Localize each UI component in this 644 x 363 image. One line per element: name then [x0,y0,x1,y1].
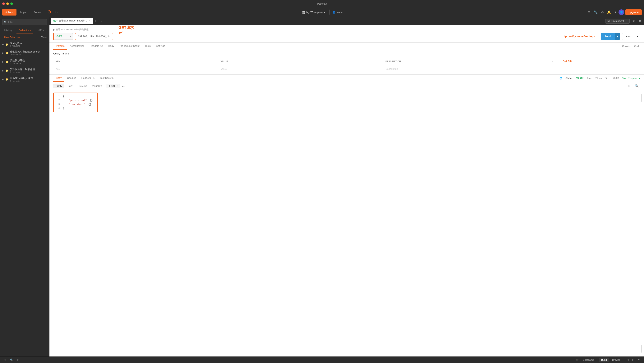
list-item[interactable]: ▶ 📁 SpringBoot 6 requests [0,40,49,48]
code-content: { [63,94,64,98]
layout-button-2[interactable]: ⊟ [631,358,636,362]
breadcrumb[interactable]: ▶ 查看auto_create_index开关状态 [53,28,640,31]
view-tab-visualize[interactable]: Visualize [90,84,104,88]
response-view-tabs: Pretty Raw Preview Visualize JSON ⇌ [50,82,644,90]
build-button[interactable]: Build [599,358,609,362]
user-icon: 👤 [332,11,336,14]
wrench-icon-btn[interactable]: 🔧 [593,9,599,15]
more-tabs-button[interactable]: ··· [98,20,104,22]
response-tab-test-results[interactable]: Test Results [97,74,116,82]
environment-select[interactable]: No Environment [605,18,630,24]
url-input[interactable] [75,33,113,40]
close-tab-icon[interactable]: ✕ [88,20,91,22]
collection-info: 新版SSM项目yb课堂 9 requests [10,76,33,82]
settings-icon-btn[interactable]: ⚙ [600,9,605,15]
list-item[interactable]: ▶ 📁 全文搜索引擎ElasticSearch 20 requests [0,48,49,57]
layout-button-1[interactable]: ⊞ [626,358,630,362]
new-button[interactable]: New [2,9,16,16]
cookies-link[interactable]: Cookies [622,45,631,48]
send-button[interactable]: Send [601,33,615,40]
maximize-button[interactable] [10,2,13,5]
search-response-button[interactable]: 🔍 [633,83,640,88]
bell-icon-btn[interactable]: 🔔 [606,9,612,15]
config-tabs: Params Authorization Headers (7) Body Pr… [50,42,644,50]
list-item[interactable]: ▶ 📁 安全风险库-114服务器 2 requests [0,66,49,75]
trash-button[interactable]: Trash [41,36,47,39]
new-collection-button[interactable]: + New Collection [2,36,20,39]
layout-button-3[interactable]: ⊏ [636,358,641,362]
env-settings-button[interactable]: ⚙ [638,18,642,24]
minimize-button[interactable] [6,2,9,5]
view-tab-raw[interactable]: Raw [65,84,75,88]
import-button[interactable]: Import [18,9,30,15]
save-button[interactable]: Save [622,33,635,40]
bulk-edit-button[interactable]: Bulk Edit [560,58,574,64]
response-tab-headers[interactable]: Headers (4) [79,74,97,82]
params-more-icon[interactable]: ··· [550,58,556,64]
history-icon-btn[interactable]: ⟳ [587,9,592,15]
url-input-wrapper: ip:port/_cluster/settings [75,33,599,40]
scrollbar-thumb[interactable] [641,94,642,102]
bootcamp-icon: 🎓 [576,358,579,362]
sync-arrows-button[interactable]: ▷ [54,10,59,15]
response-tab-body[interactable]: Body [53,74,64,82]
copy-button[interactable]: ⎘ [627,83,632,88]
description-input[interactable] [386,68,546,70]
search-input[interactable] [2,19,47,25]
view-tab-pretty[interactable]: Pretty [53,84,64,88]
value-input[interactable] [220,68,381,70]
upgrade-button[interactable]: Upgrade [626,10,642,15]
sidebar-search-area [0,17,49,27]
config-tab-params[interactable]: Params [53,42,67,50]
config-tab-authorization[interactable]: Authorization [67,42,87,50]
collections-tab-label: Collections [18,29,31,32]
line-number: 4 [57,106,60,110]
sidebar-tab-apis[interactable]: APIs [33,27,49,34]
bootcamp-icon-button[interactable]: 🎓 [574,358,580,362]
bottom-find-button[interactable]: 🔍 [9,358,14,362]
env-eye-button[interactable]: 👁 [631,18,636,24]
runner-button[interactable]: Runner [31,9,44,15]
sync-button[interactable] [46,9,52,15]
wrap-lines-button[interactable]: ⇌ [120,83,126,88]
code-content: "transient": {} [63,102,91,106]
main-layout: History Collections APIs + New Collectio… [0,17,644,356]
size-label: Size: [605,77,610,80]
list-item[interactable]: ▶ 📁 安全防护平台 12 requests [0,57,49,66]
request-tab-active[interactable]: GET 查看auto_create_index开关状态 ✕ [51,18,93,24]
heart-icon-btn[interactable]: ♥ [613,10,618,15]
add-tab-button[interactable]: + [93,19,98,23]
bottom-search-button[interactable]: ⊞ [3,358,7,362]
config-tab-headers[interactable]: Headers (7) [87,42,106,50]
avatar-button[interactable]: 🌐 [618,10,624,15]
config-tab-pre-request[interactable]: Pre-request Script [117,42,142,50]
method-select[interactable]: GET POST PUT DELETE [54,33,73,40]
scrollbar-area [642,90,643,356]
scrollbar-thumb-bottom[interactable] [641,345,642,353]
body-tab-label: Body [108,44,114,47]
close-button[interactable] [2,2,5,5]
view-tab-preview[interactable]: Preview [76,84,89,88]
format-select[interactable]: JSON [106,84,120,88]
key-input[interactable] [56,68,216,70]
save-dropdown-button[interactable]: ▾ [635,33,640,40]
time-label: Time: [587,77,592,80]
list-item[interactable]: ▶ 📁 新版SSM项目yb课堂 9 requests [0,75,49,84]
sidebar-tab-history[interactable]: History [0,27,16,34]
response-body-area: 1 { 2 "persistent": {}, 3 "transient": {… [50,90,644,356]
config-tab-settings[interactable]: Settings [153,42,168,50]
code-link[interactable]: Code [634,45,640,48]
save-response-button[interactable]: Save Response ▾ [622,77,640,80]
send-dropdown-button[interactable]: ▾ [615,33,620,40]
bottom-sidebar-button[interactable]: ⊡ [16,358,20,362]
invite-button[interactable]: 👤 Invite [330,9,346,15]
browse-button[interactable]: Browse [610,358,622,362]
description-column-header: DESCRIPTION [383,57,548,66]
config-tab-body[interactable]: Body [106,42,117,50]
response-tab-cookies[interactable]: Cookies [64,74,79,82]
settings-tab-label: Settings [156,44,165,47]
workspace-button[interactable]: My Workspace ▾ [300,9,328,15]
config-tab-tests[interactable]: Tests [142,42,153,50]
sidebar-tab-collections[interactable]: Collections [16,27,33,34]
row-extra-cell [558,66,640,72]
